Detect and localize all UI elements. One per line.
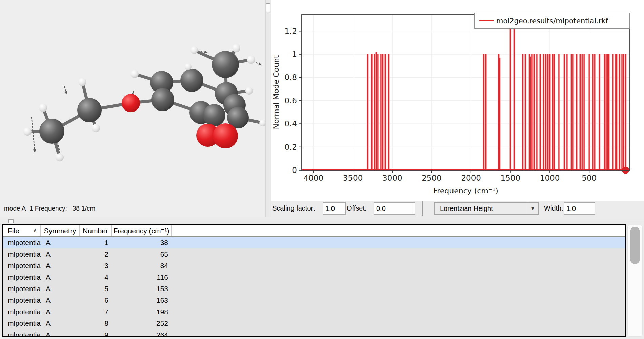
atom-C[interactable] xyxy=(203,104,225,126)
table-cell: A xyxy=(41,319,80,327)
atom-H[interactable] xyxy=(232,44,240,52)
atom-C[interactable] xyxy=(212,51,239,78)
atom-C[interactable] xyxy=(151,88,174,111)
offset-label: Offset: xyxy=(347,204,367,212)
horizontal-splitter-grip[interactable] xyxy=(8,219,14,223)
column-header-label: File xyxy=(8,227,19,235)
svg-text:1.2: 1.2 xyxy=(284,27,297,36)
atom-H[interactable] xyxy=(185,63,192,70)
table-row[interactable]: mlpotentialA8252 xyxy=(3,318,625,329)
column-header-symmetry[interactable]: Symmetry xyxy=(41,225,80,236)
molecule-3d-view[interactable] xyxy=(0,0,265,217)
column-header-frequency-cm-[interactable]: Frequency (cm⁻¹) xyxy=(112,225,172,236)
table-cell: A xyxy=(41,250,80,258)
table-cell: mlpotential xyxy=(3,273,41,281)
vertical-splitter[interactable] xyxy=(265,0,271,217)
atom-C[interactable] xyxy=(77,98,102,122)
table-cell: mlpotential xyxy=(3,285,41,293)
svg-text:3000: 3000 xyxy=(382,174,402,182)
table-cell: A xyxy=(41,273,80,281)
table-cell: 38 xyxy=(112,239,172,247)
controls-divider xyxy=(422,201,423,216)
legend-entry-label: mol2geo.results/mlpotential.rkf xyxy=(496,17,608,25)
table-cell: mlpotential xyxy=(3,308,41,316)
table-cell: mlpotential xyxy=(3,250,41,258)
table-cell: 5 xyxy=(80,285,112,293)
atom-C[interactable] xyxy=(180,69,203,92)
svg-text:1000: 1000 xyxy=(540,174,560,182)
table-cell: A xyxy=(41,331,80,337)
scaling-factor-input[interactable] xyxy=(323,202,346,215)
column-header-label: Symmetry xyxy=(44,227,76,235)
offset-input[interactable] xyxy=(374,202,415,215)
plot-axes: 400035003000250020001500100050000.20.40.… xyxy=(284,15,630,182)
svg-text:3500: 3500 xyxy=(343,174,363,182)
molecule-viewer-pane[interactable]: mode A_1 Frequency: 38 1/cm xyxy=(0,0,265,217)
atom-O[interactable] xyxy=(213,123,238,148)
column-header-filler xyxy=(172,225,625,236)
horizontal-splitter[interactable] xyxy=(0,217,644,224)
spectrum-curve[interactable] xyxy=(302,15,630,174)
atom-H[interactable] xyxy=(259,120,265,126)
atom-H[interactable] xyxy=(78,78,86,86)
vertical-splitter-grip[interactable] xyxy=(266,3,270,12)
svg-text:0.6: 0.6 xyxy=(284,96,297,105)
table-cell: 8 xyxy=(80,319,112,327)
atom-H[interactable] xyxy=(190,46,198,54)
atom-H[interactable] xyxy=(23,127,32,136)
table-row[interactable]: mlpotentialA384 xyxy=(3,260,625,272)
table-header-row: File∧SymmetryNumberFrequency (cm⁻¹) xyxy=(3,225,625,237)
table-cell: A xyxy=(41,296,80,304)
scrollbar-thumb[interactable] xyxy=(630,227,640,264)
atom-C[interactable] xyxy=(39,119,64,144)
table-row[interactable]: mlpotentialA6163 xyxy=(3,295,625,306)
table-cell: 65 xyxy=(112,250,172,258)
splitter-line xyxy=(0,220,644,220)
svg-text:2000: 2000 xyxy=(461,174,481,182)
table-row[interactable]: mlpotentialA5153 xyxy=(3,283,625,295)
spectrum-plot[interactable]: 400035003000250020001500100050000.20.40.… xyxy=(271,0,644,201)
atom-O[interactable] xyxy=(122,94,140,112)
dropdown-arrow-button[interactable]: ▼ xyxy=(527,203,538,214)
table-cell: mlpotential xyxy=(3,262,41,270)
table-row[interactable]: mlpotentialA265 xyxy=(3,248,625,260)
broadening-dropdown-value: Lorentzian Height xyxy=(440,205,493,213)
atom-H[interactable] xyxy=(92,124,100,132)
column-header-label: Number xyxy=(83,227,108,235)
svg-text:0: 0 xyxy=(292,166,297,175)
table-row[interactable]: mlpotentialA9264 xyxy=(3,329,625,337)
table-cell: 6 xyxy=(80,296,112,304)
table-cell: mlpotential xyxy=(3,331,41,337)
column-header-number[interactable]: Number xyxy=(80,225,112,236)
svg-text:2500: 2500 xyxy=(422,174,442,182)
table-cell: 163 xyxy=(112,296,172,304)
table-cell: A xyxy=(41,262,80,270)
sort-ascending-icon: ∧ xyxy=(33,227,37,233)
table-cell: A xyxy=(41,285,80,293)
y-axis-label: Normal Mode Count xyxy=(272,55,280,129)
atom-H[interactable] xyxy=(247,56,255,64)
broadening-dropdown[interactable]: Lorentzian Height ▼ xyxy=(434,202,539,215)
width-input[interactable] xyxy=(564,202,595,215)
svg-text:4000: 4000 xyxy=(304,174,324,182)
spectrum-plot-pane: 400035003000250020001500100050000.20.40.… xyxy=(271,0,644,201)
table-scrollbar[interactable] xyxy=(627,225,643,337)
normal-modes-table[interactable]: File∧SymmetryNumberFrequency (cm⁻¹) mlpo… xyxy=(2,224,626,337)
plot-legend: mol2geo.results/mlpotential.rkf xyxy=(475,13,630,28)
atom-H[interactable] xyxy=(56,153,64,161)
table-cell: mlpotential xyxy=(3,319,41,327)
table-row[interactable]: mlpotentialA138 xyxy=(3,237,625,248)
atom-H[interactable] xyxy=(245,87,253,95)
atom-H[interactable] xyxy=(130,70,139,78)
table-cell: A xyxy=(41,239,80,247)
table-cell: 4 xyxy=(80,273,112,281)
column-header-file[interactable]: File∧ xyxy=(3,225,41,236)
table-row[interactable]: mlpotentialA4116 xyxy=(3,272,625,283)
table-cell: mlpotential xyxy=(3,239,41,247)
table-cell: 3 xyxy=(80,262,112,270)
atom-H[interactable] xyxy=(39,104,47,112)
width-label: Width: xyxy=(544,204,563,212)
table-row[interactable]: mlpotentialA7198 xyxy=(3,306,625,318)
table-cell: 7 xyxy=(80,308,112,316)
table-cell: 84 xyxy=(112,262,172,270)
